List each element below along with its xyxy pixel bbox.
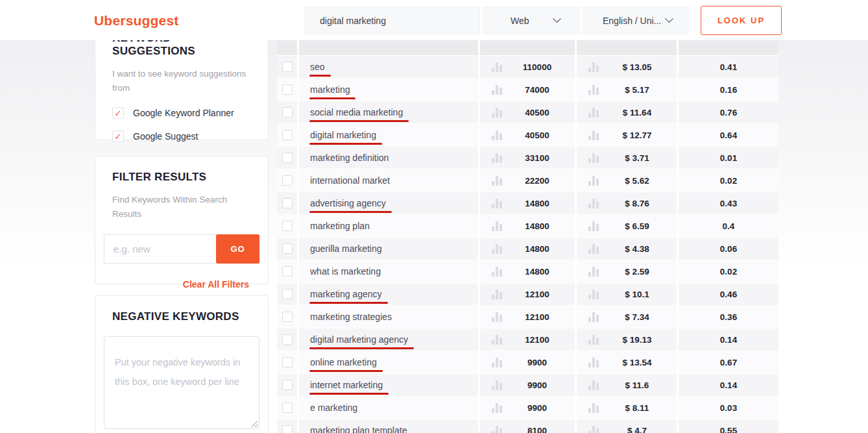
clear-all-filters-link[interactable]: Clear All Filters — [104, 279, 249, 290]
keyword-link[interactable]: marketing — [310, 84, 350, 95]
volume-bar-chart-icon[interactable] — [492, 243, 503, 254]
keyword-link[interactable]: seo — [310, 62, 325, 72]
volume-bar-chart-icon[interactable] — [492, 175, 503, 186]
cpc-bar-chart-icon[interactable] — [588, 130, 600, 140]
source-option-google-suggest[interactable]: ✓ Google Suggest — [112, 130, 251, 142]
row-checkbox-cell — [277, 397, 297, 419]
volume-bar-chart-icon[interactable] — [492, 357, 503, 367]
cpc-cell: $ 8.76 — [577, 192, 677, 214]
row-checkbox[interactable] — [282, 153, 293, 163]
keyword-link[interactable]: marketing plan — [310, 221, 370, 231]
cpc-bar-chart-icon[interactable] — [588, 425, 600, 433]
cpc-bar-chart-icon[interactable] — [588, 198, 600, 208]
cpc-bar-chart-icon[interactable] — [588, 153, 600, 163]
row-checkbox[interactable] — [282, 402, 293, 413]
keyword-link[interactable]: social media marketing — [310, 107, 403, 118]
volume-bar-chart-icon[interactable] — [492, 84, 503, 95]
keyword-link[interactable]: marketing agency — [310, 289, 382, 299]
volume-bar-chart-icon[interactable] — [492, 198, 503, 208]
cpc-bar-chart-icon[interactable] — [588, 175, 600, 186]
competition-cell: 0.64 — [679, 124, 778, 146]
cpc-bar-chart-icon[interactable] — [588, 266, 600, 277]
cpc-bar-chart-icon[interactable] — [588, 243, 600, 254]
row-checkbox[interactable] — [282, 107, 293, 118]
row-checkbox-cell — [277, 124, 297, 146]
filter-keyword-input[interactable] — [104, 234, 216, 264]
row-checkbox[interactable] — [282, 357, 293, 367]
row-checkbox[interactable] — [282, 221, 293, 231]
row-checkbox[interactable] — [282, 130, 293, 140]
row-checkbox[interactable] — [282, 266, 293, 277]
cpc-bar-chart-icon[interactable] — [588, 402, 600, 413]
cpc-cell: $ 7.34 — [577, 306, 677, 328]
keyword-search-input[interactable] — [306, 7, 479, 34]
keyword-link[interactable]: e marketing — [310, 402, 357, 413]
keyword-link[interactable]: international market — [310, 175, 390, 186]
language-select[interactable]: English / Uni... — [583, 6, 688, 34]
volume-bar-chart-icon[interactable] — [492, 130, 503, 140]
cpc-bar-chart-icon[interactable] — [588, 62, 600, 72]
look-up-button[interactable]: LOOK UP — [701, 6, 782, 35]
competition-value: 0.46 — [679, 290, 778, 299]
competition-cell: 0.02 — [679, 169, 778, 192]
row-checkbox[interactable] — [282, 84, 293, 95]
volume-bar-chart-icon[interactable] — [492, 107, 503, 118]
volume-cell: 22200 — [480, 169, 575, 192]
row-checkbox[interactable] — [282, 198, 293, 208]
search-type-select[interactable]: Web — [483, 6, 580, 34]
competition-value: 0.67 — [679, 358, 778, 367]
keyword-link[interactable]: online marketing — [310, 357, 377, 367]
volume-bar-chart-icon[interactable] — [492, 266, 503, 277]
keyword-link[interactable]: guerilla marketing — [310, 243, 382, 254]
row-checkbox-cell — [277, 56, 297, 78]
row-checkbox[interactable] — [282, 289, 293, 299]
keyword-search-box — [305, 6, 480, 34]
keyword-link[interactable]: what is marketing — [310, 266, 381, 277]
keyword-cell: advertising agency — [299, 192, 478, 214]
keyword-link[interactable]: digital marketing agency — [310, 334, 408, 345]
volume-bar-chart-icon[interactable] — [492, 221, 503, 231]
row-checkbox[interactable] — [282, 243, 293, 254]
volume-bar-chart-icon[interactable] — [492, 380, 503, 390]
row-checkbox[interactable] — [282, 425, 293, 433]
cpc-bar-chart-icon[interactable] — [588, 380, 600, 390]
row-checkbox[interactable] — [282, 334, 293, 345]
cpc-bar-chart-icon[interactable] — [588, 334, 600, 345]
cpc-bar-chart-icon[interactable] — [588, 84, 600, 95]
row-checkbox-cell — [277, 260, 297, 282]
cpc-bar-chart-icon[interactable] — [588, 107, 600, 118]
source-option-google-keyword-planner[interactable]: ✓ Google Keyword Planner — [112, 107, 251, 119]
keyword-link[interactable]: internet marketing — [310, 380, 383, 390]
ubersuggest-logo[interactable]: Ubersuggest — [94, 13, 179, 29]
cpc-bar-chart-icon[interactable] — [588, 312, 600, 322]
keyword-link[interactable]: digital marketing — [310, 130, 376, 140]
row-checkbox[interactable] — [282, 62, 293, 72]
competition-cell: 0.14 — [679, 328, 778, 351]
checkbox-checked[interactable]: ✓ — [112, 130, 124, 142]
keyword-cell: marketing agency — [299, 283, 478, 305]
cpc-bar-chart-icon[interactable] — [588, 357, 600, 367]
cpc-bar-chart-icon[interactable] — [588, 221, 600, 231]
volume-bar-chart-icon[interactable] — [492, 153, 503, 163]
row-checkbox[interactable] — [282, 312, 293, 322]
volume-bar-chart-icon[interactable] — [492, 334, 503, 345]
checkbox-checked[interactable]: ✓ — [112, 107, 124, 119]
negative-keywords-textarea[interactable] — [104, 336, 259, 429]
keyword-link[interactable]: advertising agency — [310, 198, 386, 208]
top-bar: Ubersuggest Web English / Uni... LOOK UP — [0, 0, 868, 40]
row-checkbox[interactable] — [282, 175, 293, 186]
keyword-link[interactable]: marketing plan template — [310, 425, 407, 433]
volume-bar-chart-icon[interactable] — [492, 62, 503, 72]
row-checkbox[interactable] — [282, 380, 293, 390]
go-button[interactable]: GO — [216, 234, 259, 264]
keyword-cell: marketing definition — [299, 147, 478, 169]
table-row: guerilla marketing14800$ 4.380.06 — [277, 238, 778, 260]
volume-bar-chart-icon[interactable] — [492, 425, 503, 433]
volume-bar-chart-icon[interactable] — [492, 289, 503, 299]
keyword-link[interactable]: marketing definition — [310, 153, 389, 163]
volume-bar-chart-icon[interactable] — [492, 312, 503, 322]
volume-bar-chart-icon[interactable] — [492, 402, 503, 413]
keyword-link[interactable]: marketing strategies — [310, 312, 392, 322]
cpc-cell: $ 2.59 — [577, 260, 677, 282]
cpc-bar-chart-icon[interactable] — [588, 289, 600, 299]
